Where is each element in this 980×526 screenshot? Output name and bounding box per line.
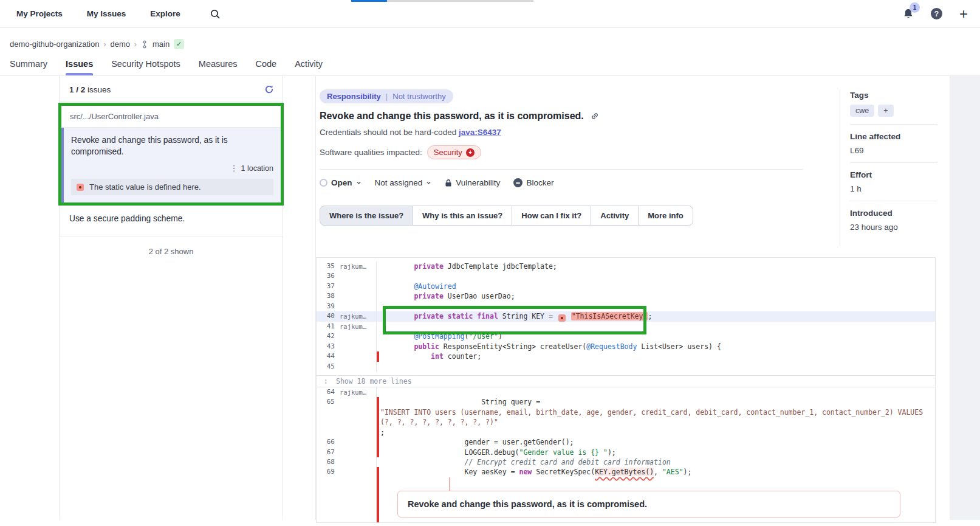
line-number[interactable]: 40 <box>321 311 335 321</box>
line-number[interactable]: 66 <box>321 437 335 447</box>
callout-connector <box>449 477 450 491</box>
code-text: Key aesKey = new SecretKeySpec(KEY.getBy… <box>379 467 935 477</box>
quality-badge-separator: | <box>386 92 388 101</box>
effort-label: Effort <box>850 170 937 179</box>
create-plus-icon[interactable]: + <box>959 7 968 21</box>
line-number[interactable]: 65 <box>321 397 335 407</box>
code-token <box>380 342 414 351</box>
tab-activity[interactable]: Activity <box>591 206 639 226</box>
line-number[interactable]: 44 <box>321 351 335 361</box>
scm-author: rajkum… <box>340 311 366 321</box>
breadcrumb-separator: › <box>134 40 137 49</box>
line-affected-value: L69 <box>850 146 937 155</box>
code-token: ; <box>648 312 652 320</box>
add-tag-button[interactable]: + <box>878 105 893 117</box>
tags-label: Tags <box>850 91 937 100</box>
line-number[interactable]: 69 <box>321 467 335 477</box>
code-text: public ResponseEntity<String> createUser… <box>379 342 935 351</box>
code-token: List<User> users) { <box>637 342 721 351</box>
tab-more-info[interactable]: More info <box>639 206 693 226</box>
line-number[interactable]: 42 <box>321 331 335 341</box>
issue-status-row: Open Not assigned Vulnerability <box>320 178 812 187</box>
blocker-icon <box>513 178 523 187</box>
code-token: counter; <box>444 352 481 361</box>
show-more-lines-button[interactable]: Show 18 more lines <box>336 377 412 386</box>
line-number[interactable]: 37 <box>321 282 335 291</box>
tab-how-can-i-fix-it[interactable]: How can I fix it? <box>512 206 591 226</box>
security-pill-label: Security <box>434 148 462 157</box>
breadcrumb-branch[interactable]: main <box>152 40 170 49</box>
code-token: new <box>519 468 532 476</box>
code-gutter: 66 <box>317 437 377 447</box>
code-token: "/user" <box>468 332 498 341</box>
tab-measures[interactable]: Measures <box>199 59 238 75</box>
code-gutter: 64rajkum… <box>317 387 377 397</box>
tab-code[interactable]: Code <box>256 59 277 75</box>
issue-meta-sidebar: Tags cwe + Line affected L69 Effort 1 h … <box>840 89 950 246</box>
line-number[interactable]: 41 <box>321 322 335 331</box>
code-token: "ThisIsASecretKey" <box>571 312 648 320</box>
code-gutter: 67 <box>317 448 377 457</box>
line-number[interactable]: 45 <box>321 362 335 372</box>
notifications-bell-icon[interactable]: 1 <box>903 8 914 19</box>
nav-my-projects[interactable]: My Projects <box>16 9 63 18</box>
line-number[interactable]: 38 <box>321 291 335 301</box>
code-token: UserDao userDao; <box>444 292 515 300</box>
tab-why-is-this-an-issue[interactable]: Why is this an issue? <box>413 206 512 226</box>
issue-list-item[interactable]: Use a secure padding scheme. <box>60 206 283 237</box>
tab-activity[interactable]: Activity <box>295 59 323 75</box>
code-token: , <box>654 468 662 476</box>
code-token: SecretKeySpec( <box>532 468 595 476</box>
assignee-dropdown[interactable]: Not assigned <box>375 178 432 187</box>
left-margin <box>0 76 59 520</box>
video-progress-bar[interactable] <box>351 0 533 2</box>
search-icon[interactable] <box>210 9 221 19</box>
vertical-dots-icon: ⋮ <box>230 164 238 173</box>
code-text: private JdbcTemplate jdbcTemplate; <box>379 261 935 271</box>
breadcrumb-project[interactable]: demo <box>110 40 130 49</box>
quality-badge-secondary: Not trustworthy <box>392 92 445 101</box>
code-text <box>379 322 935 331</box>
code-token <box>380 332 414 341</box>
tab-security-hotspots[interactable]: Security Hotspots <box>111 59 180 75</box>
nav-my-issues[interactable]: My Issues <box>87 9 126 18</box>
lock-icon <box>445 179 452 187</box>
tab-issues[interactable]: Issues <box>66 59 93 75</box>
rule-key-link[interactable]: java:S6437 <box>459 128 501 137</box>
line-number[interactable]: 64 <box>321 387 335 397</box>
line-number[interactable]: 36 <box>321 271 335 281</box>
project-header: demo-github-organization › demo › main ✓… <box>0 28 980 76</box>
issue-file-path[interactable]: src/.../UserController.java <box>61 106 281 128</box>
help-icon[interactable]: ? <box>931 8 942 19</box>
code-text: @PostMapping("/user") <box>379 331 935 341</box>
status-dropdown[interactable]: Open <box>320 178 362 187</box>
line-number[interactable]: 39 <box>321 302 335 311</box>
blocker-severity-icon <box>466 148 475 157</box>
issue-list-item-selected[interactable]: Revoke and change this password, as it i… <box>61 128 281 202</box>
breadcrumb-separator: › <box>103 40 106 49</box>
line-number[interactable]: 35 <box>321 261 335 271</box>
issue-locations-count[interactable]: ⋮ 1 location <box>71 164 273 173</box>
quality-badge-primary: Responsibility <box>327 92 381 101</box>
tag-cwe[interactable]: cwe <box>850 105 874 117</box>
line-number[interactable]: 43 <box>321 342 335 351</box>
content-area: 1 / 2 issues src/.../UserController.java… <box>0 76 980 520</box>
tab-where-is-the-issue[interactable]: Where is the issue? <box>320 206 413 226</box>
unfold-icon[interactable]: ↕ <box>324 377 327 386</box>
code-gutter: 69 <box>317 467 377 477</box>
permalink-icon[interactable] <box>590 111 600 121</box>
line-number[interactable]: 67 <box>321 448 335 457</box>
line-number[interactable]: 68 <box>321 457 335 467</box>
line-affected-label: Line affected <box>850 132 937 141</box>
refresh-icon[interactable] <box>264 85 274 94</box>
code-line: 37 @Autowired <box>317 282 935 291</box>
software-quality-badge: Responsibility | Not trustworthy <box>320 89 453 103</box>
breadcrumb-org[interactable]: demo-github-organization <box>10 40 99 49</box>
tab-summary[interactable]: Summary <box>10 59 47 75</box>
code-token: KEY.getBytes() <box>595 468 654 476</box>
issue-location-chip[interactable]: The static value is defined here. <box>71 179 273 195</box>
issue-detail-header: Responsibility | Not trustworthy Revoke … <box>316 76 950 246</box>
nav-explore[interactable]: Explore <box>150 9 180 18</box>
security-impact-pill[interactable]: Security <box>427 145 481 159</box>
issues-counter-label: issues <box>85 85 111 94</box>
